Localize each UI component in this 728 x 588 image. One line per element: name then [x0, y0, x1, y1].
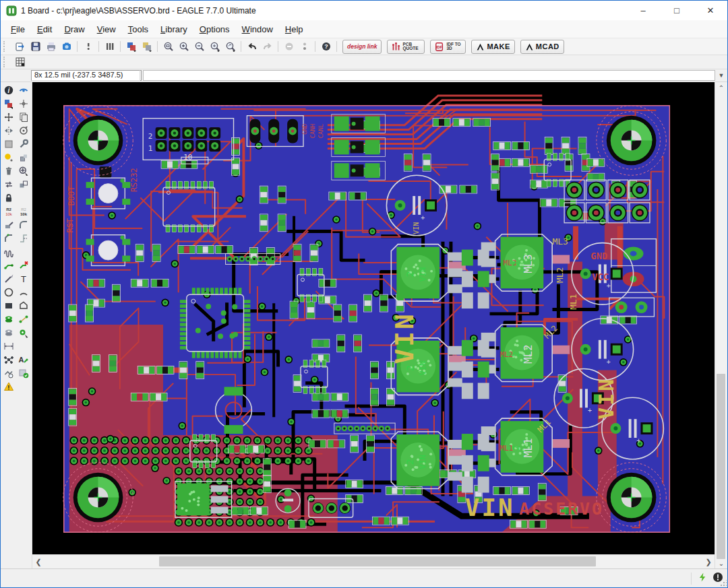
idf3d-button[interactable]: IDFIDF TO 3D [430, 40, 466, 54]
tool-rotate[interactable] [16, 124, 31, 137]
zoom-select-icon[interactable] [207, 40, 222, 53]
svg-text:IDF: IDF [436, 44, 443, 49]
tool-circle[interactable] [1, 286, 16, 299]
tool-split[interactable] [1, 232, 16, 245]
tool-route[interactable] [1, 259, 16, 272]
designlink-button[interactable]: design link [342, 40, 382, 54]
vertical-scroll-thumb[interactable] [717, 374, 725, 558]
save-icon[interactable] [28, 40, 43, 53]
resize-grip[interactable] [720, 580, 727, 587]
pcbquote-button[interactable]: PCB QUOTE [387, 40, 425, 54]
svg-text:R2: R2 [6, 207, 11, 211]
stop-icon[interactable] [281, 40, 297, 53]
secondary-toolbar [1, 55, 727, 69]
tool-optimize[interactable] [16, 232, 31, 245]
tool-palette: iR210kR210kTA [1, 82, 32, 568]
tool-show[interactable] [16, 84, 31, 97]
tool-via[interactable] [1, 313, 16, 326]
toolbar-handle [3, 41, 9, 52]
tool-arc[interactable] [16, 286, 31, 299]
tool-pinswap[interactable] [1, 178, 16, 191]
zoom-in-icon[interactable] [176, 40, 191, 53]
scroll-right-arrow[interactable]: ❯ [702, 555, 715, 568]
menu-edit[interactable]: Edit [31, 22, 58, 37]
tool-ratsnest[interactable] [1, 353, 16, 366]
redo-icon[interactable] [260, 40, 275, 53]
tool-warning[interactable] [1, 380, 16, 393]
tool-hole[interactable] [1, 326, 16, 339]
tool-wire[interactable] [1, 272, 16, 286]
tool-paste[interactable] [16, 151, 31, 164]
tool-cut[interactable] [1, 151, 16, 164]
menu-library[interactable]: Library [154, 22, 193, 37]
tool-add[interactable] [16, 164, 31, 178]
open-icon[interactable] [12, 40, 28, 53]
mcad-button[interactable]: MCAD [520, 40, 564, 54]
scroll-left-arrow[interactable]: ❮ [32, 555, 44, 568]
tool-smash[interactable] [1, 218, 16, 232]
maximize-button[interactable]: □ [660, 1, 694, 20]
tool-replace[interactable] [16, 178, 31, 191]
undo-icon[interactable] [244, 40, 260, 53]
tool-delete[interactable] [1, 164, 16, 178]
vertical-scrollbar[interactable]: ⌃ ⌄ [715, 82, 727, 568]
grid-dialog-icon[interactable] [12, 55, 28, 69]
svg-text:10k: 10k [5, 212, 13, 216]
tool-copy[interactable] [16, 110, 31, 124]
minimize-button[interactable]: – [626, 1, 660, 20]
svg-text:+: + [421, 214, 425, 222]
close-button[interactable]: ✕ [694, 1, 727, 20]
tool-errors[interactable] [16, 366, 31, 380]
command-input[interactable] [143, 70, 715, 81]
tool-mark[interactable] [16, 97, 31, 110]
menu-file[interactable]: File [5, 22, 31, 37]
tool-rect[interactable] [1, 299, 16, 313]
tool-display[interactable] [1, 97, 16, 110]
menu-options[interactable]: Options [193, 22, 236, 37]
tool-lock[interactable] [1, 191, 16, 205]
tool-group[interactable] [1, 137, 16, 151]
scroll-up-arrow[interactable]: ⌃ [715, 82, 727, 93]
tool-text[interactable]: T [16, 272, 31, 286]
toolbar-separator [336, 41, 337, 52]
tool-change[interactable] [16, 137, 31, 151]
tool-polygon[interactable] [16, 299, 31, 313]
pcb-canvas[interactable]: +++++2110RS232BOOTRSTGNDCANHCANLGNDVCCML… [32, 82, 715, 554]
tool-miter[interactable] [16, 218, 31, 232]
print-icon[interactable] [43, 40, 59, 53]
image-icon[interactable] [59, 40, 74, 53]
layers-a-icon[interactable] [123, 40, 139, 53]
menu-draw[interactable]: Draw [58, 22, 90, 37]
pcb-label-vin: VIN [418, 267, 427, 282]
grid-bars-icon[interactable] [102, 40, 117, 53]
tool-meander[interactable] [1, 245, 16, 259]
menu-window[interactable]: Window [236, 22, 279, 37]
zoom-fit-icon[interactable] [160, 40, 176, 53]
tool-dimension[interactable] [1, 339, 16, 353]
lights-icon[interactable] [297, 40, 312, 53]
help-icon[interactable]: ? [318, 40, 334, 53]
vdots-icon[interactable] [80, 40, 96, 53]
tool-pad[interactable] [16, 326, 31, 339]
menu-help[interactable]: Help [279, 22, 309, 37]
horizontal-scrollbar[interactable]: ❮ ❯ [32, 554, 715, 568]
make-button[interactable]: MAKE [471, 40, 514, 54]
layers-b-icon[interactable] [139, 40, 154, 53]
tool-value[interactable]: R210k [16, 205, 31, 218]
tool-drc[interactable] [1, 366, 16, 380]
scroll-down-arrow[interactable]: ⌄ [715, 558, 727, 568]
menu-tools[interactable]: Tools [122, 22, 154, 37]
tool-mirror[interactable] [1, 124, 16, 137]
pcb-label-1: 1 [148, 144, 153, 153]
tool-move[interactable] [1, 110, 16, 124]
horizontal-scroll-thumb[interactable] [159, 556, 596, 566]
zoom-redraw-icon[interactable] [222, 40, 238, 53]
tool-info[interactable]: i [1, 84, 16, 97]
tool-signal[interactable] [16, 313, 31, 326]
command-combo-arrow[interactable]: ▼ [715, 70, 727, 81]
zoom-out-icon[interactable] [191, 40, 207, 53]
tool-auto[interactable]: A [16, 353, 31, 366]
menu-view[interactable]: View [91, 22, 122, 37]
tool-ripup[interactable] [16, 259, 31, 272]
tool-name[interactable]: R210k [1, 205, 16, 218]
